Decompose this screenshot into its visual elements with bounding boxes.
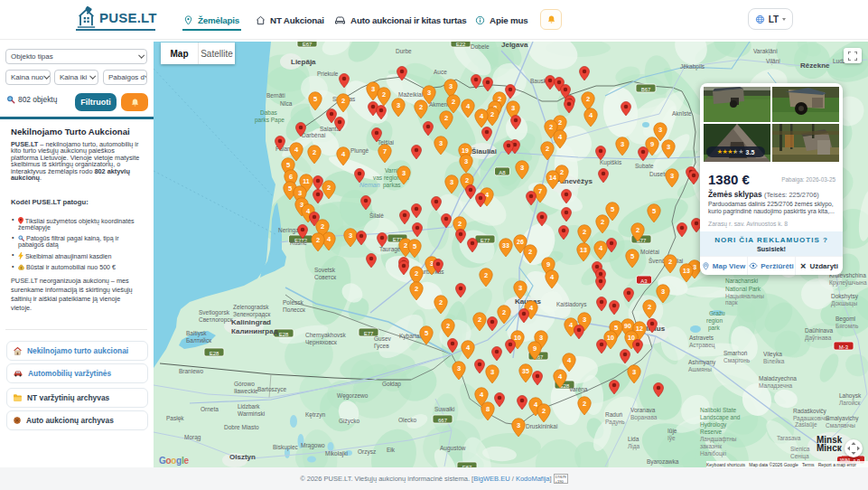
svg-text:2: 2 xyxy=(415,269,418,278)
svg-text:Biskupiec: Biskupiec xyxy=(273,444,299,451)
svg-text:Nīca: Nīca xyxy=(280,100,293,107)
svg-text:2: 2 xyxy=(601,218,604,226)
svg-text:Durbe: Durbe xyxy=(396,48,412,54)
svg-text:13: 13 xyxy=(580,247,587,253)
svg-text:Olsztyn: Olsztyn xyxy=(229,453,256,461)
svg-text:2: 2 xyxy=(382,90,386,99)
svg-text:2: 2 xyxy=(444,114,448,122)
svg-text:parks Pape: parks Pape xyxy=(255,117,285,124)
svg-text:2: 2 xyxy=(560,168,564,176)
svg-text:Rusnė: Rusnė xyxy=(290,240,307,246)
svg-text:Воранава: Воранава xyxy=(630,414,658,421)
svg-text:90: 90 xyxy=(624,323,631,329)
svg-text:Gusev: Gusev xyxy=(374,335,392,342)
svg-text:Liepāja: Liepāja xyxy=(291,58,316,66)
svg-text:3: 3 xyxy=(349,231,352,240)
svg-text:Węgorzewo: Węgorzewo xyxy=(337,392,369,400)
svg-text:Neman: Neman xyxy=(359,182,380,188)
svg-text:Зеленоградск: Зеленоградск xyxy=(233,311,271,318)
svg-text:Molėtai: Molėtai xyxy=(640,249,659,255)
svg-text:Sovetsk: Sovetsk xyxy=(314,267,336,273)
svg-text:Dabas: Dabas xyxy=(260,109,278,116)
svg-text:Hydrology: Hydrology xyxy=(700,421,727,429)
svg-text:Налібоцкі: Налібоцкі xyxy=(700,450,726,457)
svg-text:2: 2 xyxy=(341,97,345,105)
svg-text:Olecko: Olecko xyxy=(398,417,417,423)
svg-text:2: 2 xyxy=(546,145,549,153)
svg-text:667: 667 xyxy=(438,418,448,423)
svg-text:Plungė: Plungė xyxy=(350,147,369,155)
svg-text:12: 12 xyxy=(636,325,643,332)
svg-text:2: 2 xyxy=(583,400,586,408)
svg-text:Mažeikiai: Mažeikiai xyxy=(398,91,423,98)
svg-text:2: 2 xyxy=(321,222,324,231)
svg-text:3: 3 xyxy=(621,140,624,148)
svg-text:2: 2 xyxy=(415,285,418,293)
svg-text:3: 3 xyxy=(632,368,636,376)
svg-text:Auce: Auce xyxy=(434,69,447,75)
svg-text:Astravets: Astravets xyxy=(689,335,714,341)
svg-text:2: 2 xyxy=(586,95,590,103)
svg-text:Subate: Subate xyxy=(635,163,654,169)
svg-text:3: 3 xyxy=(658,126,662,134)
svg-text:9: 9 xyxy=(546,260,550,269)
svg-text:Iŭje: Iŭje xyxy=(667,428,677,435)
svg-text:2: 2 xyxy=(502,308,506,316)
svg-text:Bernāti: Bernāti xyxy=(266,92,285,99)
svg-text:E28: E28 xyxy=(279,332,289,337)
svg-text:A3: A3 xyxy=(640,278,648,284)
svg-text:Бягомль: Бягомль xyxy=(835,323,859,329)
svg-text:E77: E77 xyxy=(364,331,374,336)
svg-text:Kybartai: Kybartai xyxy=(399,333,421,340)
svg-text:Lida: Lida xyxy=(628,436,639,442)
svg-text:Jēkabpils: Jēkabpils xyxy=(680,63,705,71)
svg-text:Smalyavichy: Smalyavichy xyxy=(826,415,859,422)
svg-text:2: 2 xyxy=(446,322,450,330)
svg-text:Augustów: Augustów xyxy=(440,445,466,452)
svg-text:2: 2 xyxy=(558,118,562,127)
svg-text:2: 2 xyxy=(648,303,651,311)
svg-text:10: 10 xyxy=(628,335,635,341)
svg-text:Lidzbark: Lidzbark xyxy=(238,403,260,410)
svg-text:3: 3 xyxy=(450,178,453,186)
svg-text:2: 2 xyxy=(484,271,488,279)
svg-text:Ашмяны: Ашмяны xyxy=(688,366,712,372)
svg-text:3: 3 xyxy=(449,82,453,90)
svg-text:Mikołajki: Mikołajki xyxy=(325,450,348,457)
svg-text:7: 7 xyxy=(383,147,387,155)
svg-text:10: 10 xyxy=(514,335,521,341)
svg-text:2: 2 xyxy=(636,226,639,234)
svg-text:3: 3 xyxy=(583,316,586,324)
svg-text:Астравец: Астравец xyxy=(689,342,715,349)
svg-text:7: 7 xyxy=(538,187,542,195)
svg-text:$: $ xyxy=(21,267,23,270)
svg-text:Vileyka: Vileyka xyxy=(763,351,782,358)
svg-text:3: 3 xyxy=(490,368,494,376)
svg-text:9: 9 xyxy=(650,140,654,148)
svg-text:Braniewo: Braniewo xyxy=(179,368,203,374)
svg-text:2: 2 xyxy=(452,98,455,106)
svg-text:Darbėnai: Darbėnai xyxy=(302,132,325,138)
svg-text:Reserve: Reserve xyxy=(700,429,723,435)
svg-text:Tauragė: Tauragė xyxy=(379,246,401,253)
svg-text:region: region xyxy=(706,317,723,325)
svg-text:Warmiński: Warmiński xyxy=(238,410,265,417)
svg-text:2: 2 xyxy=(316,236,320,244)
svg-text:2: 2 xyxy=(478,316,481,324)
svg-text:2: 2 xyxy=(549,123,553,131)
svg-text:E67: E67 xyxy=(303,42,313,47)
svg-text:Chernyakhovsk: Chernyakhovsk xyxy=(305,332,347,339)
svg-text:Viļāni: Viļāni xyxy=(766,58,780,65)
svg-text:Даўгінава: Даўгінава xyxy=(805,335,832,342)
svg-text:Kupiškis: Kupiškis xyxy=(600,159,622,166)
svg-text:Zelenogradsk: Zelenogradsk xyxy=(233,304,269,311)
svg-text:2: 2 xyxy=(583,228,586,236)
svg-text:2: 2 xyxy=(439,298,443,306)
svg-text:Iławeckie: Iławeckie xyxy=(234,388,258,394)
svg-text:14: 14 xyxy=(549,174,556,181)
svg-text:2: 2 xyxy=(404,241,407,250)
svg-text:2: 2 xyxy=(419,103,423,111)
svg-text:Ełk: Ełk xyxy=(387,447,396,453)
svg-text:Priekule: Priekule xyxy=(317,71,339,77)
svg-text:3: 3 xyxy=(457,364,461,372)
